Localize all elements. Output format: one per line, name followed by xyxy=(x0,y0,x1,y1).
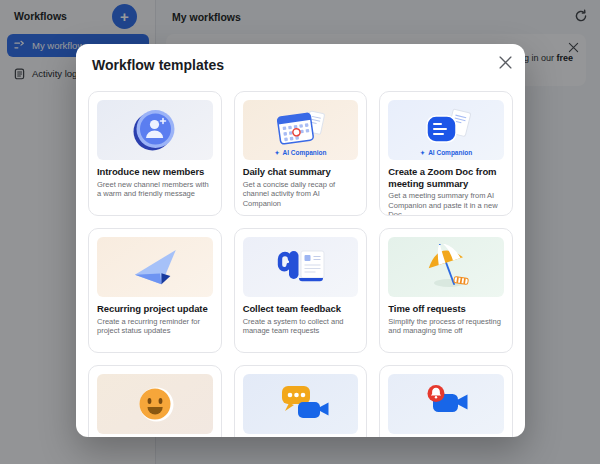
ai-companion-label: AI Companion xyxy=(282,149,326,156)
card-title: Daily chat summary xyxy=(243,166,359,178)
card-title: Recurring project update xyxy=(97,303,213,315)
close-icon xyxy=(499,56,512,69)
template-card-chat-meeting[interactable] xyxy=(234,365,368,437)
modal-close-button[interactable] xyxy=(496,55,514,73)
sparkle-icon: ✦ xyxy=(274,149,279,156)
ai-companion-label: AI Companion xyxy=(428,149,472,156)
smiley-face-icon xyxy=(132,381,178,427)
card-illustration: ✦ AI Companion xyxy=(388,100,504,160)
card-title: Collect team feedback xyxy=(243,303,359,315)
workflow-templates-modal: Workflow templates I xyxy=(76,44,525,437)
template-card-collect-team-feedback[interactable]: Collect team feedback Create a system to… xyxy=(234,228,368,353)
template-card-daily-chat-summary[interactable]: ✦ AI Companion Daily chat summary Get a … xyxy=(234,91,368,216)
template-card-reaction[interactable] xyxy=(88,365,222,437)
card-illustration: ✦ AI Companion xyxy=(243,100,359,160)
card-illustration xyxy=(97,100,213,160)
beach-umbrella-icon xyxy=(418,244,474,290)
template-grid: Introduce new members Greet new channel … xyxy=(88,91,513,437)
zoom-doc-icon xyxy=(417,108,475,152)
card-title: Time off requests xyxy=(388,303,504,315)
chat-video-icon xyxy=(269,381,331,427)
template-card-introduce-new-members[interactable]: Introduce new members Greet new channel … xyxy=(88,91,222,216)
sparkle-icon: ✦ xyxy=(420,149,425,156)
template-card-meeting-reminder[interactable] xyxy=(379,365,513,437)
card-illustration xyxy=(97,374,213,434)
video-bell-icon xyxy=(416,381,476,427)
card-illustration xyxy=(243,374,359,434)
card-description: Create a system to collect and manage te… xyxy=(243,317,359,336)
card-description: Greet new channel members with a warm an… xyxy=(97,180,213,199)
template-card-zoom-doc-from-meeting-summary[interactable]: ✦ AI Companion Create a Zoom Doc from me… xyxy=(379,91,513,216)
calendar-summary-icon xyxy=(270,108,330,152)
user-add-badge-icon xyxy=(130,105,180,155)
card-illustration xyxy=(243,237,359,297)
card-title: Create a Zoom Doc from meeting summary xyxy=(388,166,504,189)
template-card-time-off-requests[interactable]: Time off requests Simplify the process o… xyxy=(379,228,513,353)
card-description: Get a meeting summary from AI Companion … xyxy=(388,191,504,216)
card-illustration xyxy=(388,374,504,434)
ai-companion-badge: ✦ AI Companion xyxy=(388,149,504,156)
card-title: Introduce new members xyxy=(97,166,213,178)
feedback-scroll-icon xyxy=(270,244,330,290)
card-description: Get a concise daily recap of channel act… xyxy=(243,180,359,209)
template-card-recurring-project-update[interactable]: Recurring project update Create a recurr… xyxy=(88,228,222,353)
card-description: Create a recurring reminder for project … xyxy=(97,317,213,336)
paper-plane-icon xyxy=(126,244,184,290)
card-illustration xyxy=(388,237,504,297)
app-window: Workflows + My workflows Activity log My… xyxy=(0,0,600,464)
modal-title: Workflow templates xyxy=(92,57,224,73)
card-description: Simplify the process of requesting and m… xyxy=(388,317,504,336)
ai-companion-badge: ✦ AI Companion xyxy=(243,149,359,156)
card-illustration xyxy=(97,237,213,297)
